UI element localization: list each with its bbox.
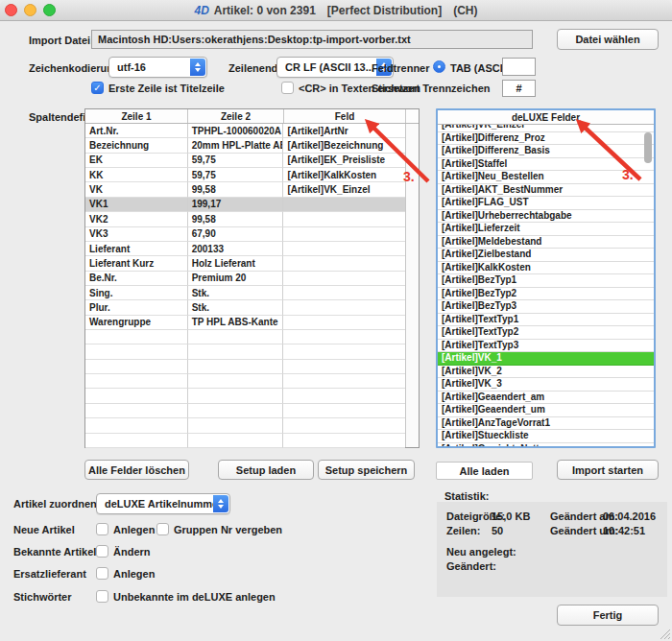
- table-cell: [85, 330, 188, 344]
- list-item[interactable]: [Artikel]Differenz_Proz: [438, 132, 654, 146]
- table-row[interactable]: WarengruppeTP HPL ABS-Kante: [85, 316, 405, 330]
- list-item[interactable]: [Artikel]Neu_Bestellen: [438, 171, 654, 184]
- list-item[interactable]: [Artikel]Geaendert_am: [438, 392, 654, 405]
- table-cell: 59,75: [188, 154, 284, 168]
- table-header-zeile2[interactable]: Zeile 2: [188, 109, 284, 123]
- table-row[interactable]: Bezeichnung20mm HPL-Platte ABS-Ka[Artike…: [85, 138, 405, 153]
- table-row[interactable]: [85, 404, 405, 418]
- table-cell: [283, 434, 405, 448]
- deluxe-felder-list[interactable]: deLUXE Felder [Artikel]VK_Einzel[Artikel…: [436, 108, 656, 448]
- known-articles-change-checkbox[interactable]: [96, 545, 108, 558]
- assign-article-select[interactable]: deLUXE Artikelnummer: [96, 493, 230, 514]
- table-row[interactable]: KK59,75[Artikel]KalkKosten: [85, 168, 405, 182]
- table-cell: [85, 374, 188, 389]
- list-item[interactable]: [Artikel]KalkKosten: [438, 262, 654, 275]
- list-item[interactable]: [Artikel]Differenz_Basis: [438, 145, 654, 158]
- zoom-window-button[interactable]: [43, 4, 56, 16]
- list-item[interactable]: [Artikel]Gewicht_Netto: [438, 443, 654, 447]
- table-cell: 67,90: [188, 227, 284, 242]
- table-row[interactable]: Be.Nr.Premium 20: [85, 272, 405, 286]
- start-import-button[interactable]: Import starten: [557, 460, 659, 480]
- clear-all-fields-button[interactable]: Alle Felder löschen: [84, 460, 189, 480]
- table-row[interactable]: Lieferant KurzHolz Lieferant: [85, 256, 405, 271]
- table-row[interactable]: EK59,75[Artikel]EK_Preisliste: [85, 154, 405, 168]
- table-row[interactable]: [85, 418, 405, 433]
- list-item[interactable]: [Artikel]Stueckliste: [438, 430, 654, 443]
- list-item[interactable]: [Artikel]BezTyp3: [438, 300, 654, 314]
- table-cell: [Artikel]VK_Einzel: [283, 182, 405, 197]
- lines-label: Zeilen:: [446, 525, 480, 536]
- list-item[interactable]: [Artikel]AnzTageVorrat1: [438, 417, 654, 431]
- cr-replace-checkbox[interactable]: [281, 82, 294, 94]
- table-row[interactable]: VK1199,17: [85, 198, 405, 212]
- list-item[interactable]: [Artikel]Geaendert_um: [438, 404, 654, 417]
- table-row[interactable]: [85, 344, 405, 359]
- minimize-window-button[interactable]: [24, 4, 36, 16]
- table-row[interactable]: [85, 434, 405, 448]
- deluxe-felder-items: [Artikel]VK_Einzel[Artikel]Differenz_Pro…: [438, 125, 654, 446]
- new-articles-create-checkbox[interactable]: [96, 523, 108, 535]
- first-row-title-checkbox[interactable]: [91, 82, 104, 94]
- table-row[interactable]: [85, 389, 405, 403]
- table-row[interactable]: [85, 360, 405, 374]
- list-item[interactable]: [Artikel]VK_Einzel: [438, 125, 654, 132]
- list-item[interactable]: [Artikel]BezTyp2: [438, 288, 654, 301]
- setup-load-button[interactable]: Setup laden: [218, 460, 314, 480]
- table-row[interactable]: Plur.Stk.: [85, 300, 405, 315]
- table-header-zeile1[interactable]: Zeile 1: [85, 109, 188, 123]
- file-size-value: 15,0 KB: [492, 510, 530, 522]
- table-row[interactable]: Lieferant200133: [85, 242, 405, 256]
- modified-time-value: 10:42:51: [603, 525, 645, 536]
- table-cell: VK3: [85, 227, 188, 242]
- table-cell: VK: [85, 182, 188, 197]
- keywords-create-checkbox[interactable]: [96, 590, 108, 603]
- table-scrollbar[interactable]: [405, 124, 419, 447]
- list-item[interactable]: [Artikel]Urheberrechtabgabe: [438, 210, 654, 224]
- window-title: Artikel: 0 von 2391: [214, 4, 316, 17]
- table-row[interactable]: VK99,58[Artikel]VK_Einzel: [85, 182, 405, 197]
- list-item[interactable]: [Artikel]VK_2: [438, 366, 654, 379]
- tab-separator-radio[interactable]: [433, 60, 445, 73]
- table-row[interactable]: VK299,58: [85, 212, 405, 226]
- done-button[interactable]: Fertig: [557, 605, 659, 626]
- table-row[interactable]: [85, 374, 405, 389]
- list-item[interactable]: [Artikel]Zielbestand: [438, 249, 654, 262]
- table-row[interactable]: Sing.Stk.: [85, 286, 405, 300]
- close-window-button[interactable]: [5, 4, 17, 16]
- table-row[interactable]: [85, 330, 405, 344]
- substitute-supplier-create-checkbox[interactable]: [96, 567, 108, 580]
- list-item[interactable]: [Artikel]FLAG_UST: [438, 197, 654, 210]
- group-nr-checkbox[interactable]: [156, 523, 169, 535]
- table-row[interactable]: Art.Nr.TPHPL-100060020A[Artikel]ArtNr: [85, 124, 405, 138]
- table-cell: [283, 198, 405, 212]
- keyword-separator-field[interactable]: [502, 80, 536, 97]
- list-item[interactable]: [Artikel]TextTyp1: [438, 314, 654, 327]
- load-all-button[interactable]: Alle laden: [436, 462, 533, 480]
- table-cell: [Artikel]EK_Preisliste: [283, 154, 405, 168]
- list-item[interactable]: [Artikel]AKT_BestNummer: [438, 184, 654, 198]
- table-cell: Be.Nr.: [85, 272, 188, 286]
- table-cell: 20mm HPL-Platte ABS-Ka: [188, 138, 284, 153]
- list-item[interactable]: [Artikel]Staffel: [438, 158, 654, 172]
- line-end-select-value: CR LF (ASCII 13...: [285, 61, 373, 73]
- list-item[interactable]: [Artikel]Lieferzeit: [438, 223, 654, 236]
- table-header-feld[interactable]: Feld: [284, 109, 406, 123]
- encoding-select[interactable]: utf-16: [108, 57, 207, 78]
- table-cell: [283, 286, 405, 300]
- import-file-path-field[interactable]: [91, 30, 533, 49]
- list-scrollbar-thumb[interactable]: [644, 132, 652, 163]
- list-item[interactable]: [Artikel]TextTyp2: [438, 326, 654, 340]
- choose-file-button[interactable]: Datei wählen: [557, 29, 659, 50]
- table-cell: [188, 434, 284, 448]
- table-row[interactable]: VK367,90: [85, 227, 405, 242]
- window-resize-grip[interactable]: [659, 628, 670, 639]
- list-item[interactable]: [Artikel]Meldebestand: [438, 236, 654, 249]
- setup-save-button[interactable]: Setup speichern: [318, 460, 415, 480]
- list-item[interactable]: [Artikel]VK_1: [438, 352, 654, 366]
- custom-separator-field[interactable]: [502, 58, 536, 76]
- column-definition-table[interactable]: Zeile 1 Zeile 2 Feld Art.Nr.TPHPL-100060…: [84, 108, 420, 448]
- list-item[interactable]: [Artikel]BezTyp1: [438, 274, 654, 288]
- list-item[interactable]: [Artikel]VK_3: [438, 378, 654, 392]
- table-cell: [283, 242, 405, 256]
- list-item[interactable]: [Artikel]TextTyp3: [438, 340, 654, 353]
